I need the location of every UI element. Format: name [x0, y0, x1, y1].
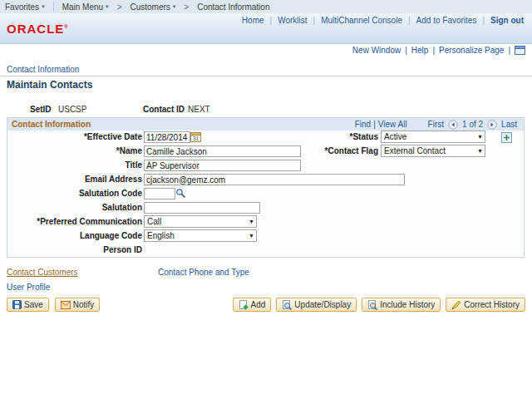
correct-history-icon [451, 300, 461, 310]
save-button[interactable]: Save [7, 298, 49, 312]
setid-value: USCSP [58, 105, 86, 114]
salutation-input[interactable] [144, 202, 260, 214]
email-input[interactable] [144, 174, 405, 185]
toolbar-left: Save Notify [7, 298, 100, 312]
component-tab-label[interactable]: Contact Information [7, 65, 79, 74]
nav-link-worklist[interactable]: Worklist [278, 16, 307, 25]
person-id-label: Person ID [9, 245, 142, 254]
select-arrow-icon: ▼ [477, 148, 483, 154]
view-all-link[interactable]: View All [378, 120, 407, 129]
language-code-label: Language Code [9, 231, 142, 240]
effective-date-input[interactable] [144, 131, 190, 143]
sign-out-link[interactable]: Sign out [490, 16, 524, 25]
prev-page-icon[interactable] [448, 120, 458, 130]
nav-link-multichannel-console[interactable]: MultiChannel Console [321, 16, 402, 25]
contact-information-section: Contact Information Find | View All Firs… [7, 117, 525, 258]
salutation-label: Salutation [9, 203, 142, 212]
link-separator: | [313, 16, 316, 25]
add-button[interactable]: Add [233, 298, 272, 312]
title-input[interactable] [144, 160, 301, 171]
status-value: Active [384, 132, 406, 141]
select-arrow-icon: ▼ [477, 134, 483, 140]
breadcrumb-customers-menu[interactable]: Customers ▾ [125, 2, 180, 12]
notify-label: Notify [73, 300, 95, 309]
correct-history-button[interactable]: Correct History [446, 298, 525, 312]
update-display-label: Update/Display [294, 300, 351, 309]
caret-down-icon: ▾ [173, 3, 176, 10]
select-arrow-icon: ▼ [249, 219, 254, 224]
status-label: *Status [249, 132, 378, 141]
contact-id-value: NEXT [188, 105, 210, 114]
link-separator: | [432, 46, 435, 55]
breadcrumb-current-label: Contact Information [197, 2, 269, 12]
link-separator: | [373, 120, 376, 129]
notify-button[interactable]: Notify [55, 298, 101, 312]
include-history-icon [367, 300, 377, 310]
caret-down-icon: ▾ [106, 3, 109, 10]
main-menu-label: Main Menu [62, 2, 103, 12]
preferred-communication-label: *Preferred Communication [9, 217, 142, 226]
oracle-logo: ORACLE® [7, 22, 69, 36]
page-utility-bar: New Window | Help | Personalize Page | [352, 46, 525, 55]
select-arrow-icon: ▼ [249, 233, 254, 239]
save-label: Save [24, 300, 43, 309]
breadcrumb-separator: > [117, 2, 122, 12]
lookup-icon[interactable] [175, 188, 186, 199]
calendar-icon[interactable]: 31 [190, 131, 201, 142]
name-label: *Name [9, 146, 142, 155]
breadcrumb-separator: > [184, 2, 189, 12]
component-tab-row: Contact Information [0, 64, 532, 76]
main-menu[interactable]: Main Menu ▾ [57, 2, 114, 12]
contact-customers-link[interactable]: Contact Customers [7, 268, 78, 277]
last-link[interactable]: Last [501, 120, 517, 129]
contact-phone-and-type-link[interactable]: Contact Phone and Type [158, 268, 249, 277]
contact-flag-select[interactable]: External Contact ▼ [381, 145, 485, 157]
favorites-menu[interactable]: Favorites ▾ [0, 2, 50, 12]
breadcrumb: Favorites ▾ Main Menu ▾ > Customers ▾ > … [0, 0, 532, 14]
add-label: Add [251, 300, 266, 309]
nav-link-home[interactable]: Home [242, 16, 264, 25]
new-window-link[interactable]: New Window [352, 46, 401, 55]
top-nav-links: Home | Worklist | MultiChannel Console |… [242, 16, 524, 25]
section-title: Contact Information [12, 120, 91, 129]
toolbar-right: Add Update/Display Include History Corre… [233, 298, 525, 312]
page-title: Maintain Contacts [7, 79, 92, 91]
effective-date-label: *Effective Date [9, 132, 142, 141]
email-label: Email Address [9, 175, 142, 184]
notify-icon [61, 301, 71, 309]
update-display-button[interactable]: Update/Display [276, 298, 357, 312]
status-select[interactable]: Active ▼ [381, 131, 485, 143]
salutation-code-label: Salutation Code [9, 189, 142, 198]
link-separator: | [270, 16, 273, 25]
new-window-icon[interactable] [515, 46, 525, 55]
application-window: Favorites ▾ Main Menu ▾ > Customers ▾ > … [0, 0, 532, 399]
section-header: Contact Information Find | View All Firs… [7, 118, 524, 131]
caret-down-icon: ▾ [42, 3, 45, 10]
link-separator: | [508, 46, 510, 55]
help-link[interactable]: Help [411, 46, 429, 55]
preferred-communication-select[interactable]: Call ▼ [144, 215, 257, 228]
nav-link-add-to-favorites[interactable]: Add to Favorites [416, 16, 477, 25]
favorites-label: Favorites [5, 2, 39, 12]
contact-flag-label: *Contact Flag [249, 146, 378, 155]
personalize-page-link[interactable]: Personalize Page [439, 46, 504, 55]
first-link[interactable]: First [428, 120, 444, 129]
update-display-icon [282, 300, 292, 310]
breadcrumb-current-page: Contact Information [192, 2, 274, 12]
link-separator: | [405, 46, 407, 55]
customers-label: Customers [130, 2, 170, 12]
title-label: Title [9, 160, 142, 170]
add-row-button[interactable] [501, 132, 512, 143]
link-separator: | [482, 16, 485, 25]
user-profile-link[interactable]: User Profile [7, 283, 50, 292]
contact-flag-value: External Contact [384, 146, 446, 155]
include-history-button[interactable]: Include History [362, 298, 441, 312]
find-link[interactable]: Find [355, 120, 371, 129]
salutation-code-input[interactable] [144, 188, 175, 200]
correct-history-label: Correct History [464, 300, 520, 309]
language-code-select[interactable]: English ▼ [144, 229, 257, 242]
breadcrumb-divider [53, 2, 54, 12]
next-page-icon[interactable] [487, 120, 497, 130]
language-code-value: English [147, 231, 175, 240]
svg-text:31: 31 [193, 135, 200, 141]
